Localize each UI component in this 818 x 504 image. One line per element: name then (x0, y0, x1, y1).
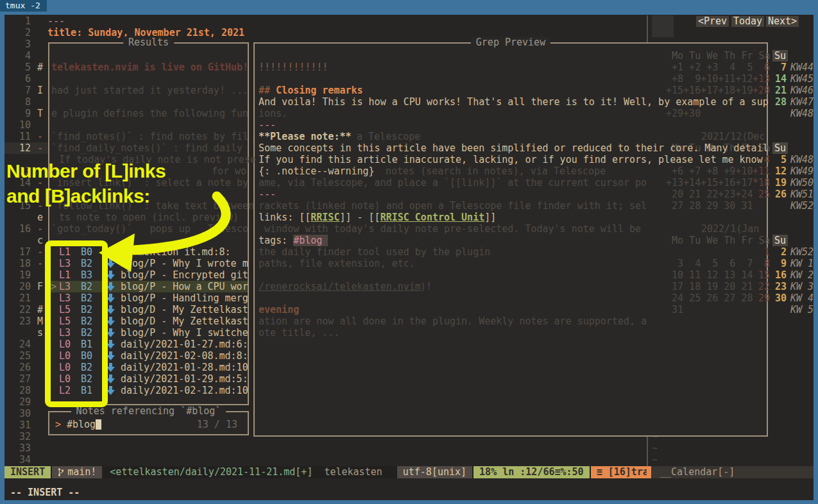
calendar-day[interactable]: 30 (770, 292, 787, 304)
ghost-line: paths, file extension, etc. (259, 258, 415, 269)
calendar-day[interactable]: 16 (770, 269, 787, 281)
calendar-day[interactable]: 2 (770, 246, 787, 258)
preview-text: links: [[ (259, 212, 311, 223)
preview-line: ## Closing remarks (259, 85, 363, 96)
calendar-month-header: 2022/1(Jan (701, 223, 759, 235)
calendar-week-label: KW 5 (790, 304, 814, 315)
prompt-caret: > (55, 419, 61, 430)
result-file-name: blog/P - Handling merg (121, 292, 248, 304)
ghost-line: for wo (212, 165, 246, 177)
file-path: <ettelkasten/daily/2021-11-21.md[+] (102, 466, 318, 478)
tmux-terminal-window: tmux -2 <Prev Today Next> Results Grep P… (0, 0, 818, 504)
gutter-line-number: 23 (5, 315, 31, 327)
ghost-line: had just started it yesterday! ... (51, 85, 248, 96)
gutter-line-number: 19 (5, 269, 31, 281)
calendar-day[interactable]: 12 (770, 165, 787, 177)
gutter-line-number: 1 (5, 15, 31, 27)
calendar-day[interactable]: 28 (770, 96, 787, 108)
wiki-link[interactable]: RRISC (311, 212, 339, 223)
calendar-week-label: KW48 (790, 154, 814, 165)
gutter-line-number: 21 (5, 292, 31, 304)
ghost-line: a Telescope (357, 131, 420, 142)
tmux-status-bar: tmux -2 (0, 0, 818, 12)
preview-text: --- (259, 189, 276, 200)
gutter-line-number: 7 (5, 85, 31, 96)
gutter-line-number: 3 (5, 38, 31, 50)
gutter-line-number: 6 (5, 73, 31, 85)
gutter-letter: F (37, 281, 43, 292)
preview-text: !!!!!!!!!!!! (259, 62, 328, 73)
calendar-week-label: KW50 (790, 177, 814, 189)
calendar-day[interactable]: 26 (770, 189, 787, 200)
ghost-line: telekasten.nvim is live on GitHub! (51, 62, 248, 73)
calendar-day[interactable]: 14 (770, 73, 787, 85)
statusbar: INSERT main! <ettelkasten/daily/2021-11-… (4, 466, 647, 478)
calendar-day[interactable]: 19 (770, 177, 787, 189)
gutter-line-number: 22 (5, 304, 31, 315)
ghost-line: notes (search in notes), via Telescope (386, 165, 606, 177)
gutter-letter: e (37, 212, 43, 223)
calendar-day[interactable]: 5 (770, 154, 787, 165)
calendar-saturday-ghost: +20 (753, 85, 770, 96)
calendar-saturday-ghost: *18 (753, 177, 770, 189)
calendar-month-header: 2021/12(Dec (701, 131, 765, 142)
gutter-letter: - (37, 142, 43, 154)
calendar-saturday-ghost: +11 (753, 165, 770, 177)
gutter-line-number: 27 (5, 373, 31, 385)
gutter-line-number: 33 (5, 442, 31, 454)
calendar-ghost-days: +29+30 (666, 108, 701, 119)
calendar-saturday-ghost: +13 (753, 73, 770, 85)
gutter-line-number: 11 (5, 131, 31, 142)
annotation-text-line1: Number of [L]inks (6, 159, 166, 183)
calendar-next-button[interactable]: Next> (766, 16, 799, 27)
calendar-week-label: KW 2 (790, 269, 814, 281)
annotation-arrow (95, 190, 243, 280)
calendar-week-label: KW45 (790, 73, 814, 85)
tag-pill[interactable]: #blog (293, 235, 328, 246)
calendar-ghost-days (666, 246, 753, 258)
gutter-letter: - (37, 258, 43, 269)
result-file-name: daily/2021-02-12.md:10 (121, 385, 248, 396)
calendar-day[interactable]: 9 (770, 258, 787, 269)
ghost-line: window with today's daily note pre-selec… (259, 223, 641, 235)
calendar-weekday-header: Mo Tu We Th Fr Sa (666, 50, 771, 62)
calendar-day[interactable]: 23 (770, 281, 787, 292)
calendar-ghost-days: 10 11 12 13 14 (666, 269, 753, 281)
git-branch-segment[interactable]: main! (52, 466, 102, 478)
preview-text: ## (259, 85, 276, 96)
gutter-letter: s (37, 327, 43, 339)
gutter-line-number: 12 (5, 142, 31, 154)
calendar-ghost-days: +1 +2 +3 4 5 (666, 62, 753, 73)
calendar-ghost-days: 3 4 5 6 7 (666, 258, 753, 269)
calendar-statusline-notch (647, 466, 651, 478)
tmux-session-tab[interactable]: tmux -2 (0, 0, 47, 12)
gutter-line-number: 31 (5, 419, 31, 431)
ghost-line: ote title, ... (259, 327, 339, 339)
gutter-line-number: 10 (5, 119, 31, 131)
preview-line: --- (259, 189, 276, 200)
preview-line: **Please note:** (259, 131, 352, 142)
ghost-line: ation are now all done in the plugin. We… (259, 315, 647, 327)
gutter-line-number: 20 (5, 281, 31, 292)
gutter-letter: # (37, 62, 43, 73)
calendar-saturday-ghost: 22 (753, 281, 770, 292)
scrollbar-thumb[interactable] (652, 15, 674, 37)
calendar-day[interactable]: 7 (770, 62, 787, 73)
calendar-today-button[interactable]: Today (731, 16, 764, 27)
calendar-day[interactable]: 21 (770, 85, 787, 96)
preview-line: Some concepts in this article have been … (259, 142, 769, 154)
search-input[interactable]: #blog (67, 419, 96, 430)
gutter-letter: I (37, 85, 43, 96)
wiki-link[interactable]: RRISC Control Unit (380, 212, 485, 223)
calendar-weekday-header: Mo Tu We Th Fr Sa (666, 235, 771, 246)
ghost-line: rackets (linked note) and open a Telesco… (259, 200, 647, 212)
ghost-line: )! (420, 281, 432, 292)
calendar-ghost-days: +8 9+10+11+12 (666, 73, 753, 85)
calendar-ghost-days: 17 18 19 20 21 (666, 281, 753, 292)
calendar-statusline: __Calendar[-] (647, 466, 814, 478)
calendar-prev-button[interactable]: <Prev (696, 16, 729, 27)
prompt-float-window: Notes referencing `#blog` > #blog 13 / 1… (48, 411, 249, 435)
preview-text: ]] - [[ (339, 212, 380, 223)
gutter-line-number: 9 (5, 108, 31, 119)
buffer-line: --- (47, 15, 65, 27)
